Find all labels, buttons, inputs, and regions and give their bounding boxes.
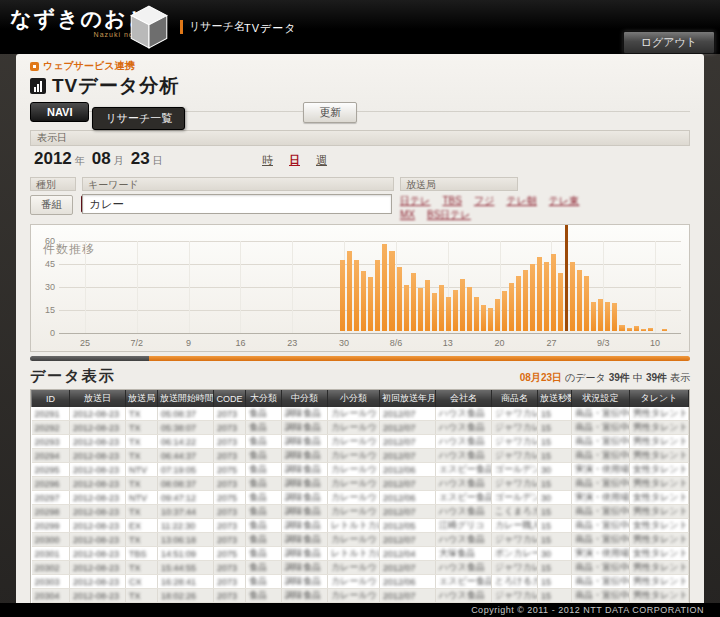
table-cell: 20302: [32, 561, 70, 575]
column-header[interactable]: タレント: [630, 390, 689, 407]
chart-bar: [432, 293, 437, 331]
keyword-input[interactable]: [82, 194, 392, 214]
slider-track-gray[interactable]: [30, 356, 149, 361]
table-cell: 食品: [246, 561, 282, 575]
granularity-tab-0[interactable]: 時: [262, 153, 273, 168]
table-row[interactable]: 202972012-08-23NTV09:47:122075食品調味食品カレール…: [32, 491, 689, 505]
table-cell: 江崎グリコ: [436, 519, 492, 533]
table-cell: 2073: [214, 533, 246, 547]
column-header[interactable]: 中分類: [282, 390, 328, 407]
nav-tab-tvdata[interactable]: TVデータ: [244, 21, 297, 36]
type-program-button[interactable]: 番組: [30, 195, 73, 215]
column-header[interactable]: 放送開始時間: [158, 390, 214, 407]
table-row[interactable]: 202952012-08-23NTV07:19:052075食品調味食品カレール…: [32, 463, 689, 477]
x-axis-label: 13: [443, 338, 453, 348]
table-cell: レトルトカレー: [328, 519, 380, 533]
table-cell: 2073: [214, 519, 246, 533]
table-cell: TX: [126, 589, 158, 603]
column-header[interactable]: CODE: [214, 390, 246, 407]
table-cell: ジャワカレー: [492, 435, 538, 449]
table-cell: 女性タレント: [630, 491, 689, 505]
table-cell: 2075: [214, 463, 246, 477]
table-row[interactable]: 203012012-08-23TBS14:51:092075食品調味食品レトルト…: [32, 547, 689, 561]
table-row[interactable]: 203022012-08-23TX15:44:552073食品調味食品カレールウ…: [32, 561, 689, 575]
column-header[interactable]: 大分類: [246, 390, 282, 407]
table-cell: 06:44:37: [158, 449, 214, 463]
column-header[interactable]: 放送秒数: [538, 390, 572, 407]
table-cell: カレー職人: [492, 519, 538, 533]
column-header[interactable]: 会社名: [436, 390, 492, 407]
logout-button[interactable]: ログアウト: [623, 31, 715, 54]
table-cell: 15: [538, 449, 572, 463]
y-axis-label: 45: [33, 259, 55, 269]
update-button[interactable]: 更新: [303, 102, 357, 123]
table-row[interactable]: 202982012-08-23TX10:37:442073食品調味食品カレールウ…: [32, 505, 689, 519]
chart-range-slider[interactable]: [30, 356, 690, 361]
column-header[interactable]: 状況設定: [572, 390, 630, 407]
table-cell: TX: [126, 533, 158, 547]
column-header[interactable]: 放送日: [70, 390, 126, 407]
slider-range-orange[interactable]: [149, 356, 690, 361]
x-axis-label: 9: [186, 338, 191, 348]
station-link[interactable]: 日テレ: [400, 195, 430, 207]
table-row[interactable]: 202962012-08-23TX08:08:372073食品調味食品カレールウ…: [32, 477, 689, 491]
station-link[interactable]: BS日テレ: [427, 209, 471, 221]
station-link[interactable]: MX: [400, 209, 415, 221]
table-cell: 15: [538, 421, 572, 435]
chart-bar: [368, 277, 373, 331]
filter-label-row: 種別 キーワード 放送局: [30, 177, 690, 191]
table-cell: ハウス食品: [436, 421, 492, 435]
column-header[interactable]: 放送局: [126, 390, 158, 407]
table-cell: 大塚食品: [436, 547, 492, 561]
table-row[interactable]: 203042012-08-23TX18:02:262073食品調味食品カレールウ…: [32, 589, 689, 603]
table-row[interactable]: 202992012-08-23EX11:22:302073食品調味食品レトルトカ…: [32, 519, 689, 533]
research-name: リサーチ名: [180, 19, 245, 34]
column-header[interactable]: 初回放送年月: [380, 390, 436, 407]
web-service-link[interactable]: ウェブサービス連携: [30, 60, 690, 72]
table-cell: ゴールデンカレー: [492, 491, 538, 505]
table-cell: 13:06:18: [158, 533, 214, 547]
table-cell: カレールウ: [328, 421, 380, 435]
chart-bar: [375, 260, 380, 331]
table-row[interactable]: 203002012-08-23TX13:06:182073食品調味食品カレールウ…: [32, 533, 689, 547]
table-cell: 15: [538, 435, 572, 449]
count-shown: 39件: [646, 371, 667, 385]
granularity-tab-1[interactable]: 日: [289, 153, 300, 168]
research-list-button[interactable]: リサーチ一覧: [92, 107, 185, 130]
station-link[interactable]: フジ: [474, 195, 494, 207]
table-cell: ジャワカレー: [492, 533, 538, 547]
table-cell: とろけるカレー: [492, 575, 538, 589]
table-row[interactable]: 203032012-08-23CX16:28:412073食品調味食品カレールウ…: [32, 575, 689, 589]
station-link[interactable]: テレ朝: [506, 195, 536, 207]
table-cell: 調味食品: [282, 449, 328, 463]
column-header[interactable]: 小分類: [328, 390, 380, 407]
table-cell: 男性タレント: [630, 589, 689, 603]
keyword-label-band: キーワード: [82, 177, 394, 191]
table-cell: 調味食品: [282, 561, 328, 575]
table-cell: 2012/06: [380, 491, 436, 505]
table-row[interactable]: 202922012-08-23TX05:38:072073食品調味食品カレールウ…: [32, 421, 689, 435]
station-link[interactable]: テレ東: [549, 195, 579, 207]
table-row[interactable]: 202932012-08-23TX06:14:222073食品調味食品カレールウ…: [32, 435, 689, 449]
column-header[interactable]: 商品名: [492, 390, 538, 407]
table-cell: カレールウ: [328, 533, 380, 547]
table-row[interactable]: 202912012-08-23TX05:08:372073食品調味食品カレールウ…: [32, 407, 689, 421]
x-axis-label: 10: [650, 338, 660, 348]
chart-bar: [397, 267, 402, 331]
table-cell: 調味食品: [282, 589, 328, 603]
table-cell: 商品・宣伝中心: [572, 421, 630, 435]
table-cell: カレールウ: [328, 561, 380, 575]
station-link[interactable]: TBS: [442, 195, 461, 207]
chart-bar: [516, 276, 521, 331]
granularity-tab-2[interactable]: 週: [316, 153, 327, 168]
chart-bar: [523, 270, 528, 331]
navi-button[interactable]: NAVI: [30, 102, 89, 122]
x-axis-label: 23: [287, 338, 297, 348]
x-axis-label: 30: [339, 338, 349, 348]
table-cell: 15: [538, 407, 572, 421]
table-cell: 商品・宣伝中心: [572, 519, 630, 533]
table-row[interactable]: 202942012-08-23TX06:44:372073食品調味食品カレールウ…: [32, 449, 689, 463]
table-cell: 食品: [246, 463, 282, 477]
table-cell: ジャワカレー: [492, 407, 538, 421]
column-header[interactable]: ID: [32, 390, 70, 407]
